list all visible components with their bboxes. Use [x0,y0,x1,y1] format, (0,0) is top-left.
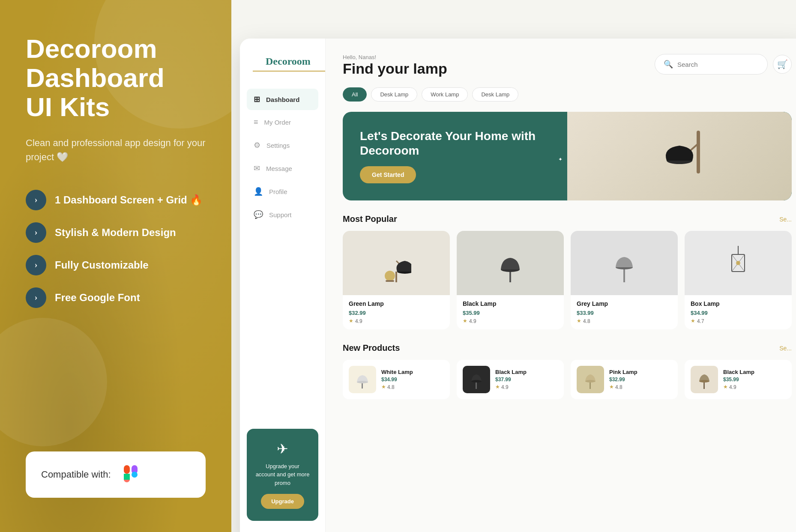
sidebar-item-profile[interactable]: 👤 Profile [247,181,318,202]
new-product-price: $37.99 [495,377,527,383]
main-content: Hello, Nanas! Find your lamp 🔍 🛒 All Des… [326,39,796,532]
product-image [343,231,450,295]
sidebar-item-label: My Order [264,119,291,126]
chevron-right-icon: › [26,222,46,243]
product-info: Box Lamp $34.99 ★ 4.7 [685,295,792,329]
new-product-rating: ★ 4.9 [495,384,527,390]
new-product-info: Black Lamp $37.99 ★ 4.9 [495,369,527,390]
hero-decoration [567,112,792,200]
new-product-name: Black Lamp [723,369,754,375]
star-icon: ★ [495,384,500,390]
see-all-new[interactable]: Se... [779,345,792,352]
search-icon: 🔍 [664,60,673,69]
feature-label: Stylish & Modern Design [55,227,176,239]
hero-banner-title: Let's Decorate Your Home with Decoroom [360,129,567,158]
new-product-price: $34.99 [381,377,413,383]
cart-icon[interactable]: 🛒 [773,55,792,74]
see-all-popular[interactable]: Se... [779,216,792,223]
product-name: Green Lamp [349,300,444,307]
new-product-rating: ★ 4.8 [381,384,413,390]
new-products-section-header: New Products Se... [343,343,792,353]
sidebar-logo: Decoroom [253,56,325,72]
star-icon: ★ [349,318,353,324]
filter-tab-all[interactable]: All [343,87,367,102]
new-product-thumb [463,366,490,393]
hero-title: DecoroomDashboardUI Kits [26,34,206,122]
filter-tab-desk-lamp-2[interactable]: Desk Lamp [472,87,518,102]
new-product-info: Pink Lamp $32.99 ★ 4.8 [609,369,637,390]
sidebar: Decoroom ⊞ Dashboard ≡ My Order ⚙ Settin… [240,39,326,532]
sidebar-item-label: Profile [269,188,287,195]
chevron-right-icon: › [26,190,46,210]
hero-banner: Let's Decorate Your Home with Decoroom G… [343,112,792,200]
new-product-name: Black Lamp [495,369,527,375]
white-lamp-thumb [355,369,370,390]
svg-rect-8 [395,272,397,282]
sidebar-item-myorder[interactable]: ≡ My Order [247,112,318,133]
search-input[interactable] [677,61,759,68]
product-name: Box Lamp [691,300,786,307]
feature-item: › Stylish & Modern Design [26,222,206,243]
product-card-box-lamp[interactable]: Box Lamp $34.99 ★ 4.7 [685,231,792,329]
svg-rect-5 [697,131,700,173]
rating-value: 4.8 [387,384,395,390]
gear-icon: ⚙ [254,140,260,150]
compatible-label: Compatible with: [41,469,111,480]
new-product-white-lamp[interactable]: White Lamp $34.99 ★ 4.8 [343,360,450,399]
section-title-new: New Products [343,343,400,353]
new-product-info: White Lamp $34.99 ★ 4.8 [381,369,413,390]
hero-lamp-illustration [654,122,705,191]
svg-point-3 [132,472,138,478]
feature-label: Free Google Font [55,292,140,304]
product-rating: ★ 4.7 [691,318,786,324]
search-bar[interactable]: 🔍 [655,54,768,75]
feature-item: › Fully Customizable [26,255,206,275]
compatible-section: Compatible with: [26,451,206,498]
new-product-name: White Lamp [381,369,413,375]
right-panel: Decoroom ⊞ Dashboard ≡ My Order ⚙ Settin… [231,0,796,532]
sidebar-item-settings[interactable]: ⚙ Settings [247,134,318,156]
svg-point-31 [699,380,709,383]
feature-label: 1 Dashboard Screen + Grid 🔥 [55,194,203,206]
black-lamp-thumb [469,369,484,390]
get-started-button[interactable]: Get Started [360,166,416,183]
sidebar-item-support[interactable]: 💬 Support [247,204,318,225]
star-icon: ★ [577,318,581,324]
upgrade-button[interactable]: Upgrade [261,494,304,509]
star-icon: ★ [691,318,695,324]
star-icon: ★ [723,384,728,390]
sidebar-item-message[interactable]: ✉ Message [247,158,318,179]
new-products-row: White Lamp $34.99 ★ 4.8 [343,360,792,399]
svg-point-25 [357,381,368,383]
plane-icon: ✈ [255,441,310,457]
sidebar-item-label: Message [266,165,292,172]
new-product-black-lamp[interactable]: Black Lamp $37.99 ★ 4.9 [457,360,564,399]
black-lamp-2-thumb [697,369,712,390]
box-lamp-image [723,242,753,284]
product-price: $35.99 [463,310,558,316]
rating-value: 4.9 [469,318,476,324]
product-card-grey-lamp[interactable]: Grey Lamp $33.99 ★ 4.8 [571,231,678,329]
product-card-black-lamp[interactable]: Black Lamp $35.99 ★ 4.9 [457,231,564,329]
new-product-pink-lamp[interactable]: Pink Lamp $32.99 ★ 4.8 [571,360,678,399]
product-image [571,231,678,295]
new-product-price: $32.99 [609,377,637,383]
filter-tab-work-lamp[interactable]: Work Lamp [422,87,468,102]
svg-point-23 [736,261,740,265]
order-icon: ≡ [254,118,258,127]
feature-label: Fully Customizable [55,259,149,271]
dashboard-window: Decoroom ⊞ Dashboard ≡ My Order ⚙ Settin… [240,39,796,532]
filter-tab-desk-lamp-1[interactable]: Desk Lamp [371,87,417,102]
sidebar-item-dashboard[interactable]: ⊞ Dashboard [247,89,318,110]
figma-icon [120,463,142,486]
product-info: Black Lamp $35.99 ★ 4.9 [457,295,564,329]
left-panel: DecoroomDashboardUI Kits Clean and profe… [0,0,231,532]
message-icon: ✉ [254,164,260,173]
chevron-right-icon: › [26,255,46,275]
upgrade-text: Upgrade your account and get more promo [255,462,310,487]
new-product-black-lamp-2[interactable]: Black Lamp $35.99 ★ 4.9 [685,360,792,399]
new-product-price: $35.99 [723,377,754,383]
page-title: Find your lamp [343,60,447,77]
product-card-green-lamp[interactable]: Green Lamp $32.99 ★ 4.9 [343,231,450,329]
feature-item: › 1 Dashboard Screen + Grid 🔥 [26,190,206,210]
